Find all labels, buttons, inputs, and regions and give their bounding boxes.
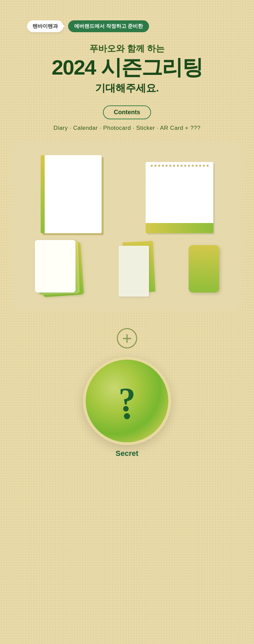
calendar-bottom-strip <box>146 223 213 233</box>
sticker-sheet-front <box>119 246 149 297</box>
calendar-dot <box>158 165 160 167</box>
contents-list: Diary · Calendar · Photocard · Sticker ·… <box>54 125 200 132</box>
calendar-dot <box>188 165 190 167</box>
secret-label: Secret <box>115 449 138 458</box>
calendar-product <box>146 162 213 233</box>
badge-right-text: 에버랜드에서 작정하고 준비한 <box>74 23 143 29</box>
main-title: 2024 시즌그리팅 <box>51 56 202 79</box>
calendar-dot <box>203 165 205 167</box>
calendar-dot <box>151 165 153 167</box>
calendar-dot <box>162 165 164 167</box>
diary-product <box>41 155 102 233</box>
calendar-dot <box>154 165 156 167</box>
badge-left-text: 텐바이텐과 <box>33 23 58 29</box>
contents-badge: Contents <box>103 105 151 119</box>
calendar-dot <box>195 165 197 167</box>
question-dot-icon <box>124 413 130 419</box>
calendar-dot <box>207 165 209 167</box>
photocard-front <box>35 240 76 293</box>
ar-card <box>189 245 219 293</box>
plus-container: + <box>117 325 137 352</box>
plus-icon: + <box>117 328 137 348</box>
products-row-2 <box>22 240 232 298</box>
calendar-dot <box>184 165 186 167</box>
calendar-dot <box>177 165 179 167</box>
speech-bubble-right: 에버랜드에서 작정하고 준비한 <box>68 20 149 32</box>
calendar-dot <box>166 165 168 167</box>
calendar-dot <box>169 165 171 167</box>
calendar-dots <box>146 165 213 167</box>
question-mark-icon: ? <box>119 383 135 417</box>
products-row-1 <box>22 155 232 233</box>
calendar-dot <box>181 165 183 167</box>
speech-bubble-left: 텐바이텐과 <box>27 20 63 32</box>
sticker-stack <box>115 242 156 296</box>
secret-circle: ? <box>83 357 171 445</box>
speech-bubble-area: 텐바이텐과 에버랜드에서 작정하고 준비한 <box>27 20 149 32</box>
subtitle: 푸바오와 함께 하는 <box>89 42 165 55</box>
calendar-dot <box>173 165 175 167</box>
products-container <box>12 142 242 311</box>
photocard-stack <box>35 240 82 298</box>
calendar-dot <box>192 165 194 167</box>
tagline: 기대해주세요. <box>95 81 159 95</box>
calendar-dot <box>199 165 201 167</box>
